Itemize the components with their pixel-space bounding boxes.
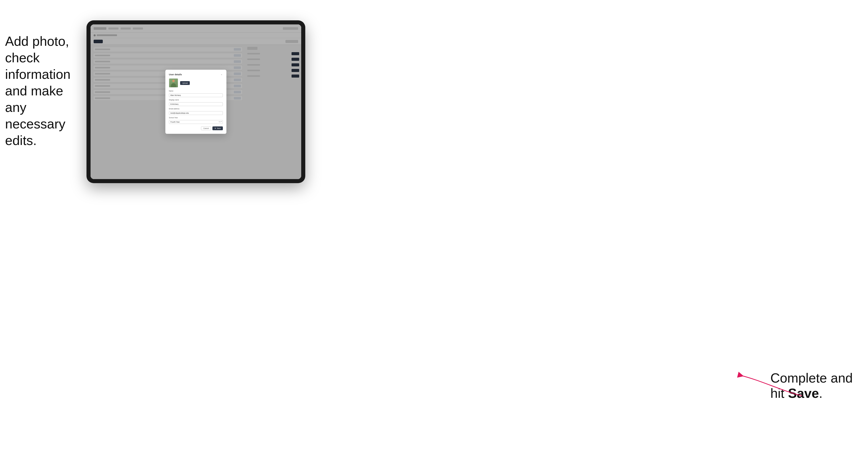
email-field-group: Email address [169, 108, 223, 115]
display-name-label: Display name [169, 99, 223, 101]
name-input[interactable] [169, 93, 223, 97]
tablet-device: User details × Upload Name [87, 20, 305, 183]
tablet-screen: User details × Upload Name [91, 24, 301, 179]
modal-header: User details × [169, 73, 223, 76]
photo-section: Upload [169, 79, 223, 88]
school-year-field-group: School Year ✕ ▲▼ [169, 117, 223, 124]
school-year-input[interactable] [169, 120, 223, 124]
name-field-group: Name [169, 90, 223, 97]
name-label: Name [169, 90, 223, 92]
school-year-select-wrapper: ✕ ▲▼ [169, 119, 223, 124]
display-name-input[interactable] [169, 102, 223, 106]
user-photo-image [169, 79, 178, 87]
modal-footer: Cancel ⬆ Save [169, 126, 223, 130]
modal-title: User details [169, 73, 182, 76]
email-input[interactable] [169, 111, 223, 115]
display-name-field-group: Display name [169, 99, 223, 106]
save-button[interactable]: ⬆ Save [212, 126, 223, 130]
user-details-modal: User details × Upload Name [165, 70, 226, 134]
school-year-label: School Year [169, 117, 223, 119]
chevron-down-icon[interactable]: ▲▼ [220, 121, 222, 122]
upload-photo-button[interactable]: Upload [180, 81, 190, 85]
save-button-label: Save [217, 127, 221, 129]
modal-overlay: User details × Upload Name [91, 24, 301, 179]
email-label: Email address [169, 108, 223, 110]
annotation-left: Add photo, check information and make an… [5, 33, 76, 149]
close-icon[interactable]: × [220, 73, 223, 76]
app-background: User details × Upload Name [91, 24, 301, 179]
annotation-right-end: . [819, 386, 823, 401]
annotation-left-text: Add photo, check information and make an… [5, 34, 70, 148]
right-arrow [731, 370, 812, 403]
cancel-button[interactable]: Cancel [201, 126, 211, 130]
user-photo-thumbnail [169, 79, 178, 88]
save-icon: ⬆ [214, 127, 216, 129]
